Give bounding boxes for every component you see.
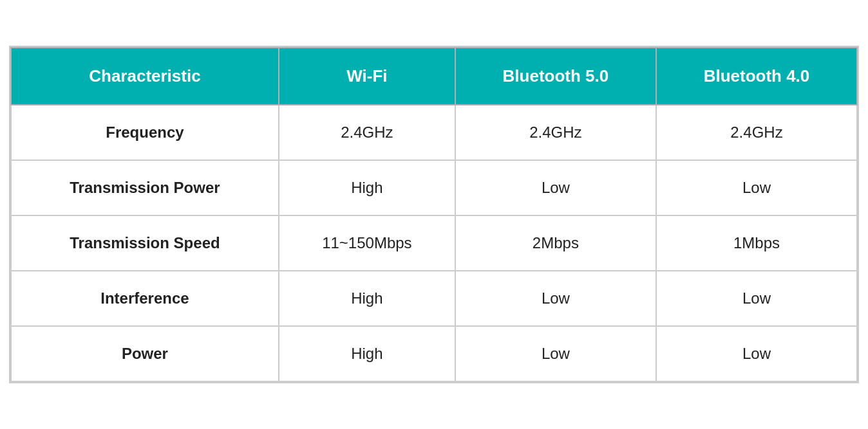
cell-txspeed-bt5: 2Mbps bbox=[455, 215, 656, 271]
cell-interference-label: Interference bbox=[11, 271, 279, 326]
cell-txspeed-label: Transmission Speed bbox=[11, 215, 279, 271]
comparison-table: Characteristic Wi-Fi Bluetooth 5.0 Bluet… bbox=[10, 47, 858, 382]
col-header-bt4: Bluetooth 4.0 bbox=[656, 48, 857, 105]
cell-interference-bt4: Low bbox=[656, 271, 857, 326]
table-row: Frequency 2.4GHz 2.4GHz 2.4GHz bbox=[11, 105, 857, 160]
cell-txpower-wifi: High bbox=[279, 160, 455, 215]
col-header-wifi: Wi-Fi bbox=[279, 48, 455, 105]
table-row: Power High Low Low bbox=[11, 326, 857, 381]
cell-txpower-label: Transmission Power bbox=[11, 160, 279, 215]
table-row: Transmission Speed 11~150Mbps 2Mbps 1Mbp… bbox=[11, 215, 857, 271]
cell-frequency-bt4: 2.4GHz bbox=[656, 105, 857, 160]
cell-txspeed-wifi: 11~150Mbps bbox=[279, 215, 455, 271]
table-row: Transmission Power High Low Low bbox=[11, 160, 857, 215]
cell-interference-bt5: Low bbox=[455, 271, 656, 326]
cell-power-bt5: Low bbox=[455, 326, 656, 381]
cell-frequency-label: Frequency bbox=[11, 105, 279, 160]
cell-power-bt4: Low bbox=[656, 326, 857, 381]
table-header: Characteristic Wi-Fi Bluetooth 5.0 Bluet… bbox=[11, 48, 857, 105]
col-header-bt5: Bluetooth 5.0 bbox=[455, 48, 656, 105]
cell-power-label: Power bbox=[11, 326, 279, 381]
cell-interference-wifi: High bbox=[279, 271, 455, 326]
cell-txpower-bt5: Low bbox=[455, 160, 656, 215]
comparison-table-container: Characteristic Wi-Fi Bluetooth 5.0 Bluet… bbox=[9, 46, 859, 383]
col-header-characteristic: Characteristic bbox=[11, 48, 279, 105]
table-row: Interference High Low Low bbox=[11, 271, 857, 326]
cell-power-wifi: High bbox=[279, 326, 455, 381]
table-body: Frequency 2.4GHz 2.4GHz 2.4GHz Transmiss… bbox=[11, 105, 857, 381]
cell-frequency-bt5: 2.4GHz bbox=[455, 105, 656, 160]
cell-frequency-wifi: 2.4GHz bbox=[279, 105, 455, 160]
header-row: Characteristic Wi-Fi Bluetooth 5.0 Bluet… bbox=[11, 48, 857, 105]
cell-txspeed-bt4: 1Mbps bbox=[656, 215, 857, 271]
cell-txpower-bt4: Low bbox=[656, 160, 857, 215]
